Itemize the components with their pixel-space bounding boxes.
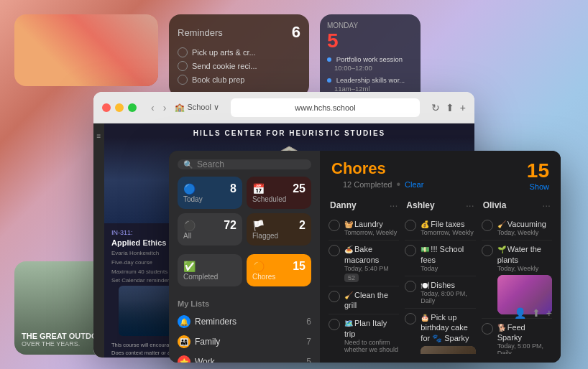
laundry-text: 🧺Laundry [344, 219, 397, 229]
all-icon: ⚫ [183, 220, 196, 231]
search-placeholder: Search [197, 159, 224, 169]
danny-column: Danny ··· 🧺Laundry Tomorrow, Weekly 🍝Bak… [329, 200, 399, 354]
sparky-content: 🐕Feed Sparky Today, 5:00 PM, Daily [497, 322, 552, 354]
list-dot-reminders: 🔔 [178, 315, 190, 328]
chores-total-count: 15 [527, 159, 549, 182]
reminders-sidebar: 🔍 Search 🔵 8 Today 📅 25 Scheduled ⚫ 72 A… [169, 151, 320, 363]
plants-text: 🌱Water the plants [497, 244, 552, 265]
all-list[interactable]: ⚫ 72 All [178, 213, 242, 246]
calendar-day-label: MONDAY [327, 22, 413, 29]
reload-icon[interactable]: ↻ [431, 102, 440, 113]
chores-completed-count: 12 Completed [343, 180, 392, 189]
taxes-checkbox[interactable] [405, 220, 416, 231]
today-icon: 🔵 [183, 183, 196, 195]
sparky-text: 🐕Feed Sparky [497, 322, 552, 343]
traffic-lights [102, 103, 137, 112]
reminder-text-3: Book club prep [192, 75, 244, 84]
dishes-text: 🍽️Dishes [421, 280, 475, 290]
macarons-meta: Today, 5:40 PM [344, 265, 399, 272]
minimize-button[interactable] [115, 103, 124, 112]
macarons-text: 🍝Bake macarons [344, 244, 399, 265]
forward-button[interactable]: › [160, 101, 170, 115]
olivia-sparky: 🐕Feed Sparky Today, 5:00 PM, Daily [482, 319, 552, 354]
chores-show-button[interactable]: Show [527, 182, 549, 191]
chores-count-area: 15 Show [527, 159, 549, 191]
list-count-reminders: 6 [306, 317, 311, 327]
list-name-work: Work [195, 357, 302, 363]
hamburger-icon[interactable]: ≡ [97, 132, 101, 140]
laundry-checkbox[interactable] [329, 220, 340, 231]
chores-columns: Danny ··· 🧺Laundry Tomorrow, Weekly 🍝Bak… [320, 200, 561, 354]
plants-checkbox[interactable] [482, 245, 493, 256]
chores-panel: Chores 12 Completed • Clear 15 Show 👤 ⬆ … [320, 151, 561, 363]
scheduled-icon: 📅 [252, 183, 265, 195]
share-chores-icon[interactable]: ⬆ [532, 307, 541, 319]
safari-actions: ↻ ⬆ + [431, 102, 466, 113]
list-family[interactable]: 👨‍👩‍👧 Family 7 [178, 333, 311, 350]
completed-list[interactable]: ✅ Completed [178, 254, 242, 286]
safari-navigation: ‹ › [148, 101, 169, 115]
laundry-meta: Tomorrow, Weekly [344, 229, 397, 236]
danny-grill: 🧹Clean the grill [329, 286, 399, 315]
maximize-button[interactable] [128, 103, 137, 112]
completed-label: Completed [183, 273, 236, 281]
ashley-options[interactable]: ··· [466, 200, 474, 211]
taxes-text: 💰File taxes [421, 219, 473, 229]
calendar-event-1: Portfolio work session 10:00–12:00 [327, 55, 413, 73]
chores-clear-button[interactable]: Clear [405, 180, 423, 189]
all-count: 72 [224, 219, 236, 232]
italy-checkbox[interactable] [329, 319, 340, 330]
school-sidebar: ≡ [93, 123, 104, 358]
sparky-checkbox[interactable] [482, 323, 493, 335]
my-lists-label: My Lists [178, 299, 311, 308]
italy-meta: Need to confirm whether we should fly to… [344, 339, 399, 354]
share-icon[interactable]: ⬆ [446, 102, 454, 113]
flagged-label: Flagged [252, 232, 306, 240]
flagged-count: 2 [299, 219, 306, 232]
widget-reminders-count: 6 [292, 23, 300, 42]
today-list[interactable]: 🔵 8 Today [178, 177, 242, 209]
flagged-list[interactable]: 🏳️ 2 Flagged [247, 213, 311, 246]
laundry-content: 🧺Laundry Tomorrow, Weekly [344, 219, 397, 236]
macarons-checkbox[interactable] [329, 245, 340, 256]
add-tab-icon[interactable]: + [460, 102, 466, 113]
dot-separator: • [397, 178, 401, 191]
flagged-icon: 🏳️ [252, 220, 265, 231]
ashley-name: Ashley [406, 200, 434, 210]
danny-laundry: 🧺Laundry Tomorrow, Weekly [329, 215, 399, 240]
address-bar[interactable]: www.hchs.school [231, 98, 420, 117]
scheduled-list[interactable]: 📅 25 Scheduled [247, 177, 311, 209]
reminders-widget: Reminders 6 Pick up arts & cr... Send co… [169, 14, 309, 97]
plants-meta: Today, Weekly [497, 265, 552, 272]
back-button[interactable]: ‹ [148, 101, 157, 115]
olivia-name: Olivia [483, 200, 507, 210]
danny-macarons: 🍝Bake macarons Today, 5:40 PM 52 [329, 240, 399, 286]
ashley-taxes: 💰File taxes Tomorrow, Weekly [405, 215, 475, 240]
smart-lists: 🔵 8 Today 📅 25 Scheduled ⚫ 72 All 🏳️ 2 F… [178, 177, 311, 246]
list-reminders[interactable]: 🔔 Reminders 6 [178, 313, 311, 330]
person-icon[interactable]: 👤 [514, 307, 526, 319]
photo-count-badge: 52 [344, 274, 399, 282]
grill-content: 🧹Clean the grill [344, 290, 399, 311]
photo-count: 52 [344, 274, 359, 282]
list-name-family: Family [195, 337, 302, 347]
list-work[interactable]: ⭐ Work 5 [178, 353, 311, 363]
danny-options[interactable]: ··· [390, 200, 398, 211]
search-icon: 🔍 [183, 160, 193, 169]
grill-checkbox[interactable] [329, 291, 340, 302]
event-dot-2 [327, 78, 331, 83]
search-bar[interactable]: 🔍 Search [178, 159, 311, 169]
cake-checkbox[interactable] [405, 313, 416, 324]
add-chore-icon[interactable]: + [546, 307, 552, 319]
fees-checkbox[interactable] [405, 245, 416, 256]
fees-text: 💵!!! School fees [421, 244, 475, 265]
chores-list[interactable]: 🟠 15 Chores [247, 254, 311, 286]
olivia-options[interactable]: ··· [542, 200, 551, 211]
address-text: www.hchs.school [295, 103, 355, 112]
vacuuming-checkbox[interactable] [482, 220, 493, 231]
calendar-date: 5 [327, 31, 413, 51]
dishes-checkbox[interactable] [405, 281, 416, 292]
vacuuming-content: 🧹Vacuuming Today, Weekly [497, 219, 546, 236]
close-button[interactable] [102, 103, 111, 112]
list-dot-work: ⭐ [178, 355, 190, 363]
